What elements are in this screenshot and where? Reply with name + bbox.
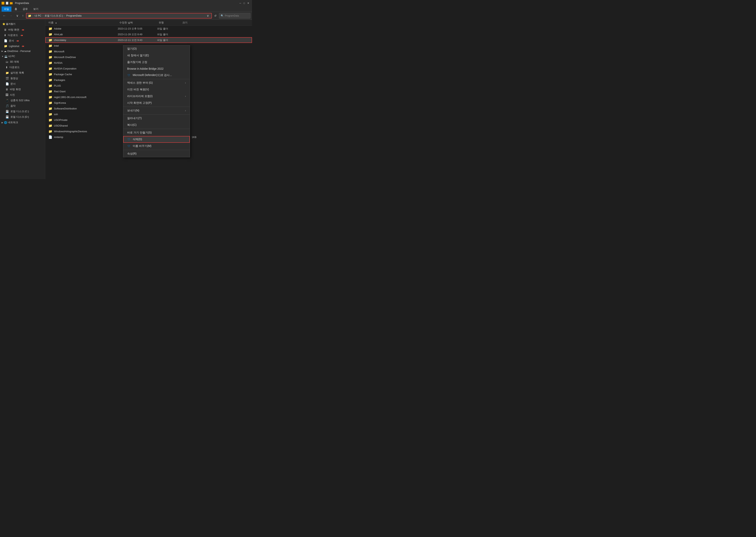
sidebar-item-onedrive[interactable]: ▶ ☁ OneDrive - Personal <box>0 49 45 54</box>
ctx-item-copy[interactable]: 복사(C) <box>123 122 190 128</box>
address-dropdown-button[interactable]: ∨ <box>206 14 210 18</box>
local-c-icon: 💾 <box>6 110 9 113</box>
onedrive-cloud-icon: ☁ <box>4 50 7 53</box>
this-pc-icon: 💻 <box>4 55 8 58</box>
sidebar-item-3d-objects[interactable]: 🗂 3D 개체 <box>0 59 45 64</box>
back-button[interactable]: ← <box>2 13 7 18</box>
ctx-item-open[interactable]: 열기(O) <box>123 46 190 52</box>
menu-item-file[interactable]: 파일 <box>2 7 12 12</box>
sidebar-item-this-pc[interactable]: ▼ 💻 내 PC <box>0 54 45 59</box>
ctx-item-access-rights[interactable]: 액세스 권한 부여 (G) › <box>123 80 190 86</box>
ctx-item-browse-adobe[interactable]: Browse in Adobe Bridge 2022 <box>123 65 190 72</box>
refresh-button[interactable]: ↺ <box>213 13 218 18</box>
ctx-pin-start-label: 시작 화면에 고정(P) <box>127 101 151 105</box>
lightshot-icon: 📁 <box>4 45 7 48</box>
sidebar-item-local-c[interactable]: 💾 로컬 디스크 (C:) <box>0 109 45 114</box>
desktop-icon: 🖥 <box>4 28 7 31</box>
ctx-item-rename[interactable]: 🛡 이름 바꾸기(M) <box>123 143 190 149</box>
sidebar: ⭐ 즐겨찾기 🖥 바탕 화면 📌 ⬇ 다운로드 📌 📄 문서 📌 📁 Light… <box>0 20 45 179</box>
ctx-item-cut[interactable]: 잘라내기(T) <box>123 115 190 122</box>
content-area: 이름 ▲ 수정한 날짜 유형 크기 📁 Adobe 2023-11-23 오후 … <box>45 20 252 179</box>
address-bar[interactable]: 📁 › 내 PC › 로컬 디스크 (C:) › ProgramData ∨ <box>26 13 212 19</box>
ctx-item-defender[interactable]: 🛡 Microsoft Defender(으)로 검사... <box>123 72 190 79</box>
folder-icon: 📁 <box>48 32 52 36</box>
minimize-button[interactable]: ─ <box>238 1 242 5</box>
ctx-item-include-library[interactable]: 라이브러리에 포함(I) › <box>123 93 190 100</box>
sidebar-item-music[interactable]: 🎵 음악 <box>0 103 45 109</box>
folder-icon: 📁 <box>48 67 52 70</box>
ctx-item-restore-prev[interactable]: 이전 버전 복원(V) <box>123 86 190 93</box>
folder-icon: 📁 <box>48 124 52 128</box>
recent-locations-button[interactable]: ∨ <box>15 13 20 18</box>
close-button[interactable]: ✕ <box>246 1 250 5</box>
ctx-delete-label: 삭제(D) <box>133 138 142 141</box>
3d-icon: 🗂 <box>6 60 8 63</box>
sidebar-item-documents2[interactable]: 📄 문서 <box>0 81 45 87</box>
ctx-copy-label: 복사(C) <box>127 123 137 127</box>
sidebar-item-desktop[interactable]: 🖥 바탕 화면 📌 <box>0 27 45 32</box>
folder-icon: 📁 <box>48 107 52 110</box>
table-row[interactable]: 📁 AhnLab 2023-11-28 오전 8:49 파일 폴더 <box>45 31 252 37</box>
ctx-create-shortcut-label: 바로 가기 만들기(S) <box>127 131 151 135</box>
ctx-arrow-icon-2: › <box>185 95 186 98</box>
sidebar-item-pictures[interactable]: 🖼 사진 <box>0 92 45 98</box>
search-box[interactable]: 🔍 ProgramData <box>219 13 250 19</box>
main-container: ⭐ 즐겨찾기 🖥 바탕 화면 📌 ⬇ 다운로드 📌 📄 문서 📌 📁 Light… <box>0 20 252 179</box>
videos-icon: 🎬 <box>6 77 9 80</box>
sidebar-item-installed[interactable]: 📁 설치된 목록 <box>0 70 45 76</box>
folder-icon: 📁 <box>48 84 52 88</box>
ctx-item-send-to[interactable]: 보내기(N) › <box>123 107 190 114</box>
sidebar-item-downloads2[interactable]: ⬇ 다운로드 <box>0 64 45 70</box>
menu-item-view[interactable]: 보기 <box>31 7 41 12</box>
table-row[interactable]: 📁 chocolatey 2023-12-11 오전 9:43 파일 폴더 <box>45 37 252 43</box>
ctx-open-label: 열기(O) <box>127 47 137 51</box>
col-header-size[interactable]: 크기 <box>182 21 198 24</box>
menu-bar: 파일 홈 공유 보기 <box>0 6 252 12</box>
col-header-type[interactable]: 유형 <box>159 21 182 24</box>
ctx-item-delete[interactable]: 🛡 삭제(D) <box>123 136 190 143</box>
folder-icon: 📁 <box>48 101 52 105</box>
col-header-modified[interactable]: 수정한 날짜 <box>119 21 159 24</box>
table-row[interactable]: 📁 Adobe 2023-11-23 오후 5:05 파일 폴더 <box>45 26 252 31</box>
sidebar-item-local-d[interactable]: 💾 로컬 디스크 (D:) <box>0 114 45 120</box>
ctx-item-properties[interactable]: 속성(R) <box>123 150 190 157</box>
title-icon-document <box>6 2 8 5</box>
sidebar-item-lightshot[interactable]: 📁 Lightshot 📌 <box>0 44 45 49</box>
column-headers: 이름 ▲ 수정한 날짜 유형 크기 <box>45 20 252 26</box>
pin-icon: 📌 <box>21 28 24 31</box>
sidebar-item-desktop2[interactable]: 🖥 바탕 화면 <box>0 87 45 92</box>
ctx-separator-4 <box>123 129 190 129</box>
maximize-button[interactable]: □ <box>242 1 246 5</box>
sidebar-item-videos[interactable]: 🎬 동영상 <box>0 76 45 81</box>
context-menu: 열기(O) 새 창에서 열기(E) 즐겨찾기에 고정 Browse in Ado… <box>123 45 190 157</box>
up-button[interactable]: ↑ <box>21 13 25 18</box>
menu-item-share[interactable]: 공유 <box>20 7 30 12</box>
sidebar-item-documents[interactable]: 📄 문서 📌 <box>0 38 45 44</box>
title-bar-text: ProgramData <box>15 2 29 5</box>
ctx-item-pin-quick[interactable]: 즐겨찾기에 고정 <box>123 59 190 65</box>
folder-icon: 📁 <box>48 95 52 99</box>
title-bar: ProgramData ─ □ ✕ <box>0 0 252 6</box>
ctx-properties-label: 속성(R) <box>127 152 137 155</box>
folder-icon: 📁 <box>48 90 52 93</box>
document-icon: 📄 <box>48 135 52 139</box>
pictures-icon: 🖼 <box>6 93 8 97</box>
ctx-cut-label: 잘라내기(T) <box>127 116 142 120</box>
forward-button[interactable]: → <box>8 13 14 18</box>
sidebar-item-s22ultra[interactable]: 📱 성훈의 S22 Ultra <box>0 98 45 103</box>
folder-icon: 📁 <box>48 50 52 53</box>
delete-shield-icon: 🛡 <box>127 138 131 141</box>
ctx-item-open-new-window[interactable]: 새 창에서 열기(E) <box>123 52 190 59</box>
menu-item-home[interactable]: 홈 <box>12 7 20 12</box>
sidebar-item-network[interactable]: ▶ 🌐 네트워크 <box>0 120 45 125</box>
folder-icon: 📁 <box>48 44 52 48</box>
ctx-item-create-shortcut[interactable]: 바로 가기 만들기(S) <box>123 129 190 136</box>
sidebar-item-downloads[interactable]: ⬇ 다운로드 📌 <box>0 32 45 38</box>
folder-icon: 📁 <box>48 130 52 133</box>
title-icon-folder <box>10 2 13 4</box>
ctx-item-pin-start[interactable]: 시작 화면에 고정(P) <box>123 100 190 106</box>
folder-icon: 📁 <box>48 78 52 82</box>
folder-icon: 📁 <box>48 112 52 116</box>
downloads-icon: ⬇ <box>4 34 6 37</box>
col-header-name[interactable]: 이름 ▲ <box>48 21 119 24</box>
